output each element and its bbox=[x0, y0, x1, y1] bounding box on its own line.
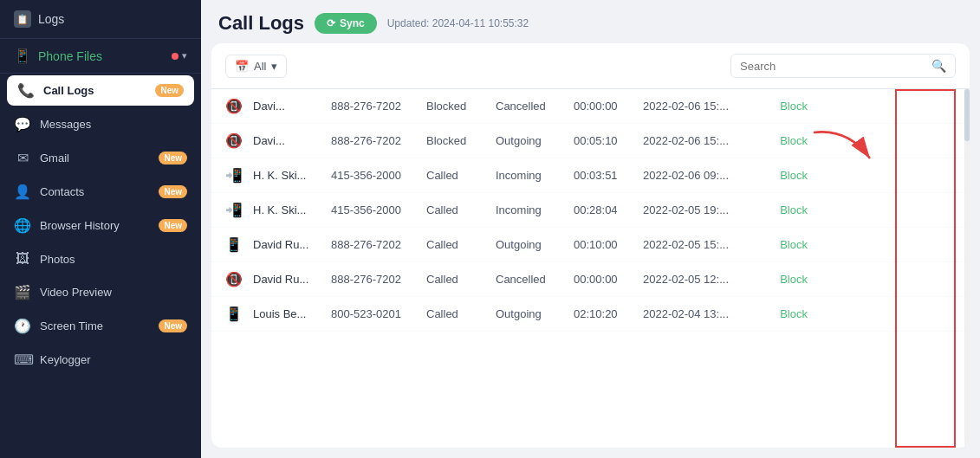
logs-icon: 📋 bbox=[14, 10, 31, 28]
sidebar-item-label: Messages bbox=[40, 118, 187, 131]
call-status: Called bbox=[426, 238, 496, 251]
call-status: Called bbox=[426, 169, 496, 182]
call-direction: Cancelled bbox=[496, 273, 574, 286]
call-duration: 00:10:00 bbox=[574, 238, 643, 251]
sidebar-item-gmail[interactable]: ✉GmailNew bbox=[0, 141, 201, 175]
call-duration: 00:03:51 bbox=[574, 169, 643, 182]
call-logs-table: 📵 Davi... 888-276-7202 Blocked Cancelled… bbox=[211, 89, 970, 332]
contact-name: Davi... bbox=[253, 134, 331, 147]
block-button[interactable]: Block bbox=[780, 273, 808, 286]
sidebar-item-messages[interactable]: 💬Messages bbox=[0, 107, 201, 141]
call-date: 2022-02-06 15:... bbox=[643, 134, 756, 147]
call-direction: Outgoing bbox=[496, 307, 574, 320]
sidebar-header: 📋 Logs bbox=[0, 0, 201, 39]
call-status: Blocked bbox=[426, 134, 496, 147]
call-logs-badge: New bbox=[155, 84, 184, 97]
phone-number: 888-276-7202 bbox=[331, 134, 426, 147]
phone-files-section[interactable]: 📱 Phone Files ▾ bbox=[0, 39, 201, 74]
calendar-icon: 📅 bbox=[235, 60, 249, 73]
call-direction: Cancelled bbox=[496, 100, 574, 113]
block-button[interactable]: Block bbox=[780, 169, 808, 182]
call-type-icon: 📵 bbox=[225, 132, 253, 149]
phone-files-left: 📱 Phone Files bbox=[14, 48, 102, 64]
call-type-icon: 📵 bbox=[225, 98, 253, 114]
chevron-down-icon: ▾ bbox=[271, 60, 277, 73]
table-row: 📵 Davi... 888-276-7202 Blocked Cancelled… bbox=[211, 89, 970, 124]
call-date: 2022-02-04 13:... bbox=[643, 307, 756, 320]
browser-history-badge: New bbox=[159, 219, 187, 232]
block-button[interactable]: Block bbox=[780, 307, 808, 320]
table-row: 📵 David Ru... 888-276-7202 Called Cancel… bbox=[211, 262, 970, 297]
blocked-call-icon: 📵 bbox=[225, 133, 243, 148]
sidebar-item-keylogger[interactable]: ⌨Keylogger bbox=[0, 343, 201, 377]
phone-number: 415-356-2000 bbox=[331, 169, 426, 182]
scrollbar-track bbox=[964, 89, 970, 448]
contact-name: David Ru... bbox=[253, 273, 331, 286]
filter-dropdown[interactable]: 📅 All ▾ bbox=[225, 55, 287, 78]
filter-label: All bbox=[254, 60, 266, 73]
call-status: Called bbox=[426, 307, 496, 320]
screen-time-badge: New bbox=[159, 319, 187, 332]
browser-history-icon: 🌐 bbox=[14, 217, 31, 234]
call-direction: Incoming bbox=[496, 203, 574, 216]
call-type-icon: 📲 bbox=[225, 202, 253, 218]
sidebar-item-screen-time[interactable]: 🕐Screen TimeNew bbox=[0, 309, 201, 343]
scrollbar-thumb[interactable] bbox=[964, 89, 970, 141]
sidebar-item-label: Gmail bbox=[40, 152, 150, 164]
contact-name: H. K. Ski... bbox=[253, 169, 331, 182]
table-row: 📲 H. K. Ski... 415-356-2000 Called Incom… bbox=[211, 193, 970, 228]
messages-icon: 💬 bbox=[14, 116, 31, 132]
call-type-icon: 📱 bbox=[225, 306, 253, 322]
contacts-badge: New bbox=[159, 185, 187, 198]
contact-name: H. K. Ski... bbox=[253, 203, 331, 216]
table-row: 📱 David Ru... 888-276-7202 Called Outgoi… bbox=[211, 228, 970, 262]
outgoing-call-icon: 📱 bbox=[225, 306, 243, 321]
block-button[interactable]: Block bbox=[780, 203, 808, 216]
block-action: Block bbox=[756, 307, 808, 320]
block-button[interactable]: Block bbox=[780, 134, 808, 147]
sidebar-header-label: Logs bbox=[38, 12, 64, 26]
sidebar-item-video-preview[interactable]: 🎬Video Preview bbox=[0, 275, 201, 309]
main-header: Call Logs ⟳ Sync Updated: 2024-04-11 10:… bbox=[201, 0, 980, 43]
call-date: 2022-02-05 12:... bbox=[643, 273, 756, 286]
main-content: Call Logs ⟳ Sync Updated: 2024-04-11 10:… bbox=[201, 0, 980, 458]
contact-name: Davi... bbox=[253, 100, 331, 113]
missed-call-icon: 📵 bbox=[225, 272, 243, 287]
block-button[interactable]: Block bbox=[780, 238, 808, 251]
updated-text: Updated: 2024-04-11 10:55:32 bbox=[387, 17, 529, 29]
contact-name: David Ru... bbox=[253, 238, 331, 251]
call-duration: 00:00:00 bbox=[574, 100, 643, 113]
search-input[interactable] bbox=[740, 60, 926, 73]
contact-name: Louis Be... bbox=[253, 307, 331, 320]
sidebar-item-call-logs[interactable]: 📞Call LogsNew bbox=[7, 75, 194, 106]
phone-number: 415-356-2000 bbox=[331, 203, 426, 216]
status-dot bbox=[172, 53, 178, 60]
sidebar-item-label: Photos bbox=[40, 253, 187, 266]
video-preview-icon: 🎬 bbox=[14, 284, 31, 300]
block-button[interactable]: Block bbox=[780, 100, 808, 113]
call-status: Blocked bbox=[426, 100, 496, 113]
call-direction: Incoming bbox=[496, 169, 574, 182]
sync-button[interactable]: ⟳ Sync bbox=[315, 13, 377, 34]
call-type-icon: 📵 bbox=[225, 271, 253, 287]
content-area: 📅 All ▾ 🔍 📵 Davi... 888-276-7202 Blocked… bbox=[211, 43, 970, 448]
call-date: 2022-02-05 19:... bbox=[643, 203, 756, 216]
phone-files-label: Phone Files bbox=[38, 49, 102, 63]
block-action: Block bbox=[756, 134, 808, 147]
phone-number: 888-276-7202 bbox=[331, 273, 426, 286]
sidebar-item-browser-history[interactable]: 🌐Browser HistoryNew bbox=[0, 209, 201, 242]
block-action: Block bbox=[756, 273, 808, 286]
page-title: Call Logs bbox=[218, 12, 304, 35]
phone-number: 888-276-7202 bbox=[331, 238, 426, 251]
sidebar-item-label: Contacts bbox=[40, 185, 150, 198]
sidebar-item-photos[interactable]: 🖼Photos bbox=[0, 242, 201, 275]
gmail-icon: ✉ bbox=[14, 150, 31, 166]
search-box: 🔍 bbox=[730, 54, 956, 78]
keylogger-icon: ⌨ bbox=[14, 352, 31, 368]
phone-number: 800-523-0201 bbox=[331, 307, 426, 320]
sidebar-item-contacts[interactable]: 👤ContactsNew bbox=[0, 175, 201, 209]
call-type-icon: 📱 bbox=[225, 236, 253, 253]
phone-files-right: ▾ bbox=[172, 50, 187, 61]
block-action: Block bbox=[756, 203, 808, 216]
sidebar-item-label: Video Preview bbox=[40, 286, 187, 299]
